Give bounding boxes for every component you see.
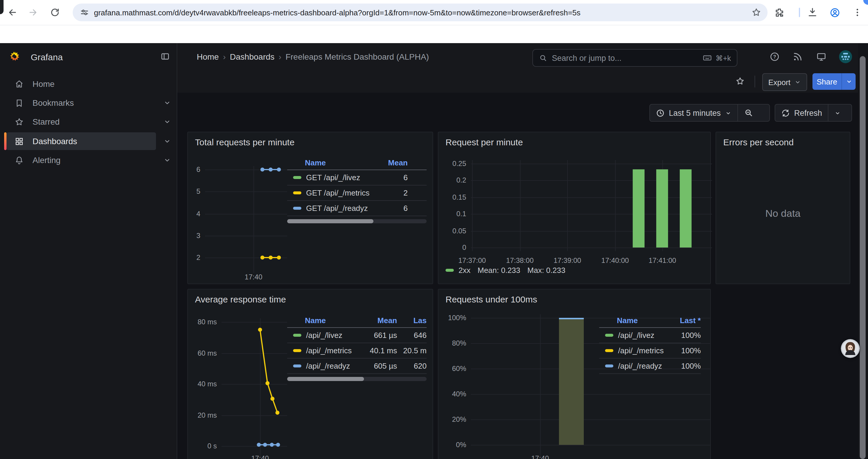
export-label: Export: [768, 78, 790, 87]
legend-table-header: NameMeanLas: [287, 314, 427, 328]
sidebar-label: Home: [32, 79, 55, 89]
refresh-button[interactable]: Refresh: [775, 104, 828, 121]
forward-icon[interactable]: [28, 7, 38, 18]
panel-requests-under-100ms[interactable]: Requests under 100ms 100%80%60%40%20%0%1…: [438, 289, 711, 459]
search-shortcut: ⌘+k: [716, 54, 731, 62]
chevron-down-icon[interactable]: [163, 99, 172, 107]
legend-max: Max: 0.233: [527, 266, 565, 275]
series-color-pill: [605, 334, 613, 337]
legend-table-header: NameLast *: [599, 314, 701, 328]
profile-icon[interactable]: [830, 7, 840, 18]
legend-table: NameLast */api/_/livez100%/api/_/metrics…: [599, 314, 701, 374]
search-placeholder: Search or jump to...: [552, 54, 703, 62]
sidebar-item-home[interactable]: Home: [6, 75, 156, 93]
menu-kebab-icon[interactable]: [852, 7, 863, 18]
chevron-down-icon[interactable]: [163, 118, 172, 126]
legend-mean: Mean: 0.233: [477, 266, 520, 275]
legend-table-row[interactable]: /api/_/readyz605 µs620: [287, 359, 427, 374]
browser-toolbar: grafana.mathmast.com/d/deytv4rwavabkb/fr…: [0, 0, 868, 25]
sidebar-item-starred[interactable]: Starred: [6, 113, 156, 131]
legend-hscrollbar[interactable]: [287, 377, 427, 381]
help-icon[interactable]: ?: [769, 52, 780, 62]
time-controls: Last 5 minutes: [649, 104, 770, 122]
panel-title[interactable]: Errors per second: [723, 137, 794, 147]
legend-hscrollbar[interactable]: [287, 219, 427, 223]
series-color-pill: [293, 191, 301, 194]
dashboard-actions-bar: Export Share: [177, 70, 868, 93]
legend-series[interactable]: 2xx: [459, 266, 470, 275]
reload-icon[interactable]: [50, 7, 60, 18]
brand-title[interactable]: Grafana: [31, 43, 63, 70]
news-rss-icon[interactable]: [793, 52, 803, 62]
home-icon: [14, 79, 24, 89]
sidebar-item-bookmarks[interactable]: Bookmarks: [6, 94, 156, 112]
breadcrumb-separator: ›: [279, 52, 281, 61]
refresh-interval-dropdown[interactable]: [829, 104, 847, 121]
breadcrumb-page: Freeleaps Metrics Dashboard (ALPHA): [285, 52, 429, 61]
series-color-pill: [293, 364, 301, 367]
breadcrumb-separator: ›: [223, 52, 226, 61]
panel-request-per-minute[interactable]: Request per minute 0.250.20.150.10.05017…: [438, 132, 711, 284]
legend-table-row[interactable]: /api/_/metrics40.1 ms20.5 m: [287, 343, 427, 359]
monitor-icon[interactable]: [816, 52, 827, 62]
legend-table-row[interactable]: GET /api/_/readyz6: [287, 201, 427, 216]
sidebar-nav: Home Bookmarks Starred Dashboards Alerti…: [0, 70, 177, 459]
refresh-label: Refresh: [794, 108, 822, 117]
scrollbar-thumb[interactable]: [860, 56, 866, 459]
user-avatar[interactable]: [838, 50, 852, 64]
star-icon: [14, 117, 24, 127]
chart-legend[interactable]: 2xx Mean: 0.233 Max: 0.233: [445, 266, 565, 275]
legend-color: [445, 269, 454, 272]
chevron-down-icon[interactable]: [163, 137, 172, 145]
bar-chart: 0.250.20.150.10.05017:37:0017:38:0017:39…: [438, 132, 710, 284]
chevron-down-icon: [725, 109, 732, 116]
star-dashboard-icon[interactable]: [735, 76, 745, 86]
export-button[interactable]: Export: [762, 73, 807, 91]
sidebar-label: Alerting: [32, 155, 61, 165]
time-range-picker[interactable]: Last 5 minutes: [650, 104, 737, 121]
share-button[interactable]: Share: [812, 73, 856, 90]
sidebar-label: Dashboards: [32, 136, 77, 146]
panel-total-requests-per-minute[interactable]: Total requests per minute 6543217:40 Nam…: [187, 132, 433, 284]
address-bar[interactable]: grafana.mathmast.com/d/deytv4rwavabkb/fr…: [73, 4, 768, 21]
series-color-pill: [293, 207, 301, 210]
sidebar-label: Starred: [32, 117, 60, 126]
screen: grafana.mathmast.com/d/deytv4rwavabkb/fr…: [0, 0, 868, 459]
actions-divider: [754, 76, 755, 88]
legend-table-row[interactable]: /api/_/readyz100%: [599, 359, 701, 374]
panel-average-response-time[interactable]: Average response time 80 ms60 ms40 ms20 …: [187, 289, 433, 459]
sidebar-item-alerting[interactable]: Alerting: [6, 151, 156, 169]
sidebar-label: Bookmarks: [32, 98, 74, 107]
zoom-out-button[interactable]: [738, 104, 759, 121]
legend-table-row[interactable]: /api/_/livez100%: [599, 328, 701, 343]
legend-table-row[interactable]: /api/_/metrics100%: [599, 343, 701, 359]
series-color-pill: [293, 349, 301, 352]
sidebar-item-dashboards[interactable]: Dashboards: [6, 132, 156, 150]
clock-icon: [656, 108, 665, 117]
active-indicator: [4, 132, 6, 150]
bookmark-star-icon[interactable]: [751, 7, 762, 18]
search-input[interactable]: Search or jump to... ⌘+k: [532, 49, 737, 67]
legend-table-row[interactable]: GET /api/_/livez6: [287, 170, 427, 186]
bell-icon: [14, 155, 24, 165]
share-dropdown[interactable]: [841, 73, 856, 90]
legend-table-row[interactable]: GET /api/_/metrics2: [287, 186, 427, 201]
floating-assistant-avatar[interactable]: [841, 339, 860, 358]
bookmark-icon: [14, 98, 24, 108]
back-icon[interactable]: [7, 7, 18, 18]
chevron-down-icon[interactable]: [163, 156, 172, 164]
svg-text:?: ?: [773, 54, 776, 59]
legend-table-row[interactable]: /api/_/livez661 µs646: [287, 328, 427, 343]
extensions-icon[interactable]: [774, 7, 785, 18]
downloads-icon[interactable]: [807, 7, 818, 18]
panel-errors-per-second[interactable]: Errors per second No data: [716, 132, 850, 284]
breadcrumb-dashboards[interactable]: Dashboards: [230, 52, 275, 61]
url-text[interactable]: grafana.mathmast.com/d/deytv4rwavabkb/fr…: [94, 8, 745, 17]
grafana-logo-icon[interactable]: [9, 51, 21, 63]
page-scrollbar[interactable]: [858, 43, 868, 459]
window-corner-dark: [0, 0, 4, 14]
breadcrumb-home[interactable]: Home: [197, 52, 219, 61]
legend-table: NameMeanGET /api/_/livez6GET /api/_/metr…: [287, 156, 427, 223]
sidebar-toggle-icon[interactable]: [160, 52, 170, 61]
site-settings-icon[interactable]: [80, 8, 89, 17]
